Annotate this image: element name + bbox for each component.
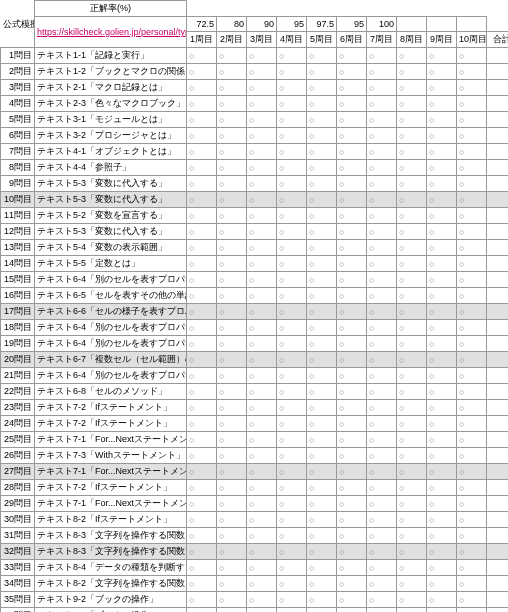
- mark-cell[interactable]: ○: [247, 448, 277, 464]
- mark-cell[interactable]: ○: [397, 352, 427, 368]
- mark-cell[interactable]: ○: [307, 256, 337, 272]
- mark-cell[interactable]: ○: [217, 224, 247, 240]
- mark-cell[interactable]: ○: [397, 224, 427, 240]
- mark-cell[interactable]: ○: [367, 416, 397, 432]
- mark-cell[interactable]: ○: [367, 176, 397, 192]
- mark-cell[interactable]: ○: [247, 496, 277, 512]
- mark-cell[interactable]: ○: [367, 592, 397, 608]
- mark-cell[interactable]: ○: [247, 112, 277, 128]
- mark-cell[interactable]: ○: [337, 608, 367, 613]
- mark-cell[interactable]: ○: [247, 272, 277, 288]
- mark-cell[interactable]: ○: [217, 336, 247, 352]
- mark-cell[interactable]: ○: [277, 304, 307, 320]
- mark-cell[interactable]: ○: [367, 560, 397, 576]
- mark-cell[interactable]: ○: [337, 208, 367, 224]
- mark-cell[interactable]: ○: [247, 352, 277, 368]
- mark-cell[interactable]: ○: [457, 416, 487, 432]
- mark-cell[interactable]: ○: [247, 592, 277, 608]
- mark-cell[interactable]: ○: [337, 448, 367, 464]
- mark-cell[interactable]: ○: [247, 576, 277, 592]
- mark-cell[interactable]: ○: [247, 384, 277, 400]
- mark-cell[interactable]: ○: [217, 128, 247, 144]
- mark-cell[interactable]: ○: [427, 560, 457, 576]
- mark-cell[interactable]: ○: [307, 368, 337, 384]
- mark-cell[interactable]: ○: [247, 368, 277, 384]
- mark-cell[interactable]: ○: [457, 352, 487, 368]
- mark-cell[interactable]: ○: [367, 160, 397, 176]
- mark-cell[interactable]: ○: [337, 576, 367, 592]
- mark-cell[interactable]: ○: [337, 288, 367, 304]
- mark-cell[interactable]: ○: [367, 192, 397, 208]
- mark-cell[interactable]: ○: [457, 304, 487, 320]
- mark-cell[interactable]: ○: [277, 480, 307, 496]
- mark-cell[interactable]: ○: [427, 144, 457, 160]
- mark-cell[interactable]: ○: [337, 384, 367, 400]
- mark-cell[interactable]: ○: [307, 208, 337, 224]
- mark-cell[interactable]: ○: [277, 112, 307, 128]
- mark-cell[interactable]: ○: [367, 608, 397, 613]
- mark-cell[interactable]: ○: [337, 224, 367, 240]
- mark-cell[interactable]: ○: [397, 480, 427, 496]
- mark-cell[interactable]: ○: [457, 320, 487, 336]
- mark-cell[interactable]: ○: [307, 512, 337, 528]
- mark-cell[interactable]: ○: [217, 240, 247, 256]
- mark-cell[interactable]: ○: [187, 528, 217, 544]
- mark-cell[interactable]: ○: [457, 544, 487, 560]
- mark-cell[interactable]: ○: [187, 336, 217, 352]
- mark-cell[interactable]: ○: [457, 272, 487, 288]
- mark-cell[interactable]: ○: [427, 496, 457, 512]
- mark-cell[interactable]: ○: [187, 160, 217, 176]
- mark-cell[interactable]: ○: [337, 400, 367, 416]
- mark-cell[interactable]: ○: [397, 336, 427, 352]
- mark-cell[interactable]: ○: [187, 256, 217, 272]
- mark-cell[interactable]: ○: [367, 240, 397, 256]
- mark-cell[interactable]: ○: [457, 400, 487, 416]
- mark-cell[interactable]: ○: [217, 304, 247, 320]
- mark-cell[interactable]: ○: [427, 192, 457, 208]
- mark-cell[interactable]: ○: [457, 192, 487, 208]
- mark-cell[interactable]: ○: [187, 80, 217, 96]
- mark-cell[interactable]: ○: [427, 128, 457, 144]
- mark-cell[interactable]: ○: [307, 192, 337, 208]
- mark-cell[interactable]: ○: [307, 112, 337, 128]
- mark-cell[interactable]: ○: [217, 432, 247, 448]
- mark-cell[interactable]: ○: [367, 384, 397, 400]
- mark-cell[interactable]: ○: [187, 48, 217, 64]
- mark-cell[interactable]: ○: [187, 608, 217, 613]
- mark-cell[interactable]: ○: [427, 528, 457, 544]
- mark-cell[interactable]: ○: [457, 384, 487, 400]
- mark-cell[interactable]: ○: [367, 400, 397, 416]
- mark-cell[interactable]: ○: [397, 592, 427, 608]
- mark-cell[interactable]: ○: [187, 480, 217, 496]
- mark-cell[interactable]: ○: [187, 128, 217, 144]
- mark-cell[interactable]: ○: [307, 592, 337, 608]
- mark-cell[interactable]: ○: [457, 176, 487, 192]
- mark-cell[interactable]: ○: [187, 96, 217, 112]
- mark-cell[interactable]: ○: [457, 512, 487, 528]
- mark-cell[interactable]: ○: [247, 480, 277, 496]
- mark-cell[interactable]: ○: [367, 368, 397, 384]
- mark-cell[interactable]: ○: [397, 432, 427, 448]
- mark-cell[interactable]: ○: [337, 368, 367, 384]
- mark-cell[interactable]: ○: [367, 208, 397, 224]
- mark-cell[interactable]: ○: [247, 560, 277, 576]
- mark-cell[interactable]: ○: [337, 304, 367, 320]
- mark-cell[interactable]: ○: [397, 112, 427, 128]
- mark-cell[interactable]: ○: [187, 368, 217, 384]
- mark-cell[interactable]: ○: [427, 576, 457, 592]
- mark-cell[interactable]: ○: [187, 592, 217, 608]
- mark-cell[interactable]: ○: [397, 448, 427, 464]
- mark-cell[interactable]: ○: [307, 240, 337, 256]
- mark-cell[interactable]: ○: [397, 64, 427, 80]
- mark-cell[interactable]: ○: [277, 48, 307, 64]
- official-link[interactable]: https://skillcheck.golien.jp/personal/ty…: [37, 27, 187, 37]
- mark-cell[interactable]: ○: [247, 160, 277, 176]
- mark-cell[interactable]: ○: [457, 464, 487, 480]
- mark-cell[interactable]: ○: [187, 320, 217, 336]
- mark-cell[interactable]: ○: [217, 352, 247, 368]
- mark-cell[interactable]: ○: [367, 320, 397, 336]
- mark-cell[interactable]: ○: [337, 80, 367, 96]
- mark-cell[interactable]: ○: [397, 288, 427, 304]
- mark-cell[interactable]: ○: [217, 544, 247, 560]
- mark-cell[interactable]: ○: [187, 464, 217, 480]
